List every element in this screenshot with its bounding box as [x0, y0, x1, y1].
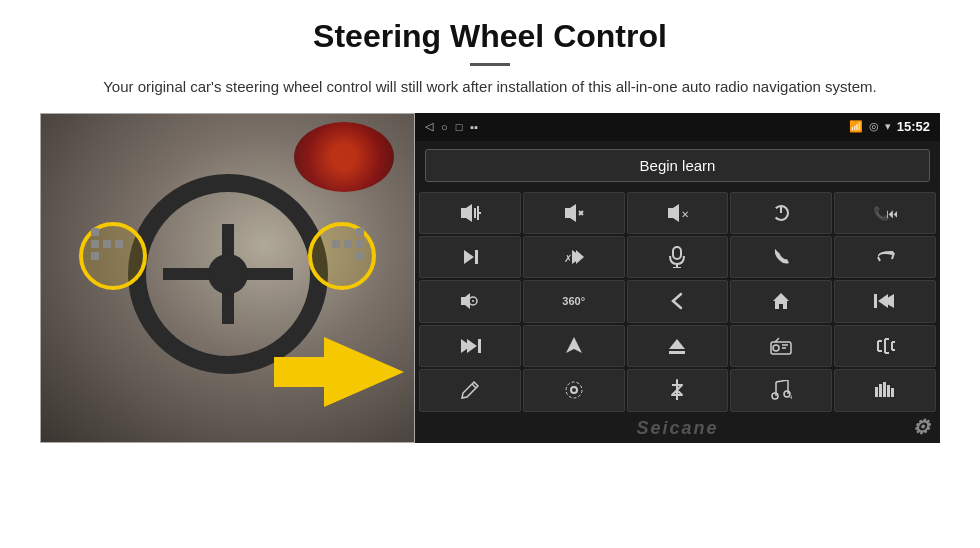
eject-button[interactable]: [627, 325, 729, 367]
mute-button[interactable]: ✕: [627, 192, 729, 234]
wb-l3: [91, 252, 99, 260]
home-icon: ○: [441, 121, 448, 133]
svg-text:⏮: ⏮: [886, 206, 897, 221]
highlight-left: [79, 222, 147, 290]
wb-r4: [344, 240, 352, 248]
svg-rect-62: [887, 385, 890, 397]
bluetooth-button[interactable]: [627, 369, 729, 411]
music-button[interactable]: +: [730, 369, 832, 411]
title-divider: [470, 63, 510, 66]
svg-marker-7: [668, 204, 679, 222]
recents-icon: □: [456, 121, 463, 133]
svg-point-51: [571, 387, 577, 393]
svg-marker-34: [669, 339, 685, 349]
skip-fwd-button[interactable]: ✗: [523, 236, 625, 278]
power-button[interactable]: [730, 192, 832, 234]
page-wrapper: Steering Wheel Control Your original car…: [0, 0, 980, 548]
360-label: 360°: [562, 295, 585, 307]
gear-icon[interactable]: ⚙: [912, 415, 932, 439]
highlight-right: [308, 222, 376, 290]
svg-rect-27: [874, 294, 877, 308]
svg-rect-14: [475, 250, 478, 264]
svg-rect-59: [875, 387, 878, 397]
status-left: ◁ ○ □ ▪▪: [425, 120, 478, 133]
svg-rect-36: [771, 342, 791, 354]
equalizer-button[interactable]: [834, 369, 936, 411]
phone-button[interactable]: [730, 236, 832, 278]
page-title: Steering Wheel Control: [313, 18, 667, 55]
back-nav-button[interactable]: [627, 280, 729, 322]
wb-r5: [332, 240, 340, 248]
svg-rect-35: [669, 351, 685, 354]
svg-point-37: [773, 345, 779, 351]
fast-fwd-button[interactable]: [419, 325, 521, 367]
svg-marker-31: [467, 339, 477, 353]
home-nav-button[interactable]: [730, 280, 832, 322]
svg-rect-60: [879, 384, 882, 397]
radio-button[interactable]: [730, 325, 832, 367]
car-image: [40, 113, 415, 443]
call-prev-button[interactable]: 📞⏮: [834, 192, 936, 234]
svg-point-25: [472, 300, 474, 302]
car-background: [41, 114, 414, 442]
back-icon: ◁: [425, 120, 433, 133]
vol-down-button[interactable]: [523, 192, 625, 234]
status-bar: ◁ ○ □ ▪▪ 📶 ◎ ▾ 15:52: [415, 113, 940, 141]
svg-rect-18: [673, 247, 681, 259]
svg-marker-13: [464, 250, 474, 264]
sw-center: [208, 254, 248, 294]
wifi-icon: ▾: [885, 120, 891, 133]
svg-point-56: [772, 393, 778, 399]
svg-marker-0: [461, 204, 472, 222]
phone-signal-icon: 📶: [849, 120, 863, 133]
svg-line-50: [472, 384, 476, 388]
mic-button[interactable]: [627, 236, 729, 278]
svg-marker-26: [773, 293, 789, 309]
hang-up-button[interactable]: [834, 236, 936, 278]
svg-rect-61: [883, 382, 886, 397]
svg-line-21: [878, 257, 880, 261]
eq-settings-button[interactable]: [834, 325, 936, 367]
svg-marker-29: [878, 294, 888, 308]
arrow-container: [274, 332, 404, 412]
begin-learn-row: Begin learn: [415, 141, 940, 190]
settings-btn2[interactable]: [523, 369, 625, 411]
svg-point-52: [566, 382, 582, 398]
signal-icon: ▪▪: [470, 121, 478, 133]
seicane-watermark: Seicane: [636, 418, 718, 438]
page-subtitle: Your original car's steering wheel contr…: [103, 76, 877, 99]
svg-text:✗: ✗: [564, 253, 572, 264]
360-button[interactable]: 360°: [523, 280, 625, 322]
wb-r2: [356, 240, 364, 248]
status-right: 📶 ◎ ▾ 15:52: [849, 119, 930, 134]
svg-text:+: +: [789, 393, 792, 400]
arrow-head: [324, 337, 404, 407]
android-ui: ◁ ○ □ ▪▪ 📶 ◎ ▾ 15:52 Begin learn: [415, 113, 940, 443]
nav-button[interactable]: [523, 325, 625, 367]
svg-line-53: [776, 380, 788, 382]
content-row: ◁ ○ □ ▪▪ 📶 ◎ ▾ 15:52 Begin learn: [40, 113, 940, 443]
next-button[interactable]: [419, 236, 521, 278]
svg-marker-17: [576, 250, 584, 264]
wb-l1: [91, 228, 99, 236]
pen-button[interactable]: [419, 369, 521, 411]
wb-r1: [356, 228, 364, 236]
svg-marker-33: [566, 337, 582, 353]
controls-grid: ✕ 📞⏮ ✗: [415, 190, 940, 414]
wb-r3: [356, 252, 364, 260]
location-icon: ◎: [869, 120, 879, 133]
begin-learn-button[interactable]: Begin learn: [425, 149, 930, 182]
status-time: 15:52: [897, 119, 930, 134]
wb-l2: [91, 240, 99, 248]
vol-up-button[interactable]: [419, 192, 521, 234]
wb-l4: [103, 240, 111, 248]
speaker-button[interactable]: [419, 280, 521, 322]
svg-text:✕: ✕: [681, 209, 688, 220]
svg-rect-32: [478, 339, 481, 353]
watermark-row: Seicane ⚙: [415, 414, 940, 443]
prev-prev-button[interactable]: [834, 280, 936, 322]
svg-marker-4: [565, 204, 576, 222]
wb-l5: [115, 240, 123, 248]
svg-rect-63: [891, 388, 894, 397]
